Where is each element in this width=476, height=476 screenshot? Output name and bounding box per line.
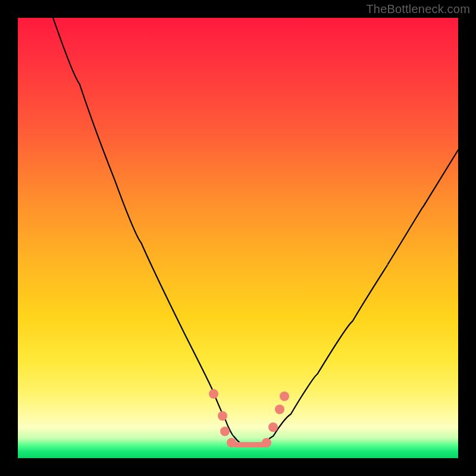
data-marker <box>220 427 230 436</box>
plot-area <box>18 18 458 458</box>
outer-frame: TheBottleneck.com <box>0 0 476 476</box>
data-marker <box>218 411 227 421</box>
watermark-text: TheBottleneck.com <box>366 2 470 16</box>
chart-svg <box>18 18 458 458</box>
data-marker <box>262 438 271 447</box>
data-marker <box>275 405 284 414</box>
data-marker <box>280 392 289 401</box>
data-marker <box>227 438 236 447</box>
bottleneck-curve <box>53 18 458 445</box>
trough-segment-marker <box>233 442 266 447</box>
data-marker <box>268 422 278 432</box>
data-marker <box>209 389 218 399</box>
